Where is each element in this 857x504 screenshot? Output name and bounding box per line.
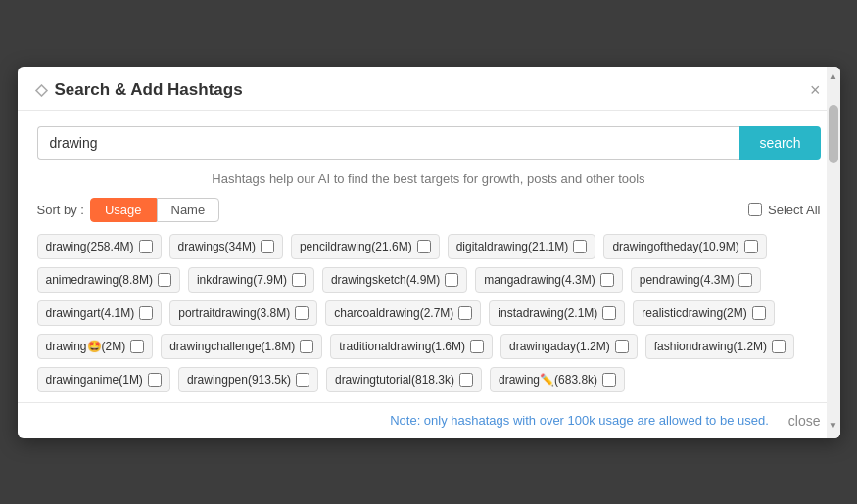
search-row: search <box>37 126 821 160</box>
tag-name: drawingoftheday(10.9M) <box>612 240 738 253</box>
tag-item[interactable]: drawingtutorial(818.3k) <box>326 367 482 392</box>
tag-checkbox[interactable] <box>300 340 313 353</box>
tag-checkbox[interactable] <box>139 240 153 253</box>
footer-note: Note: only hashatags with over 100k usag… <box>390 413 769 428</box>
tag-name: drawinganime(1M) <box>46 373 143 387</box>
tag-item[interactable]: drawingaday(1.2M) <box>500 334 638 359</box>
tag-item[interactable]: drawing(258.4M) <box>37 234 162 259</box>
modal-footer: Note: only hashatags with over 100k usag… <box>18 402 840 438</box>
tag-checkbox[interactable] <box>573 240 587 253</box>
scroll-down-arrow[interactable]: ▼ <box>829 416 838 435</box>
tag-checkbox[interactable] <box>602 306 616 320</box>
tag-checkbox[interactable] <box>296 373 309 387</box>
scroll-up-arrow[interactable]: ▲ <box>829 67 838 85</box>
tag-name: drawingchallenge(1.8M) <box>169 340 295 353</box>
help-text: Hashtags help our AI to find the best ta… <box>37 171 821 186</box>
tag-name: animedrawing(8.8M) <box>46 273 153 287</box>
scrollbar-track[interactable]: ▲ ▼ <box>827 67 840 438</box>
tag-checkbox[interactable] <box>458 306 472 320</box>
tag-name: pencildrawing(21.6M) <box>300 240 412 253</box>
tag-item[interactable]: pencildrawing(21.6M) <box>291 234 440 259</box>
tag-item[interactable]: pendrawing(4.3M) <box>631 267 762 293</box>
select-all-label: Select All <box>768 203 820 217</box>
tag-name: fashiondrawing(1.2M) <box>654 340 767 353</box>
tag-item[interactable]: instadrawing(2.1M) <box>489 300 625 326</box>
tag-name: instadrawing(2.1M) <box>498 306 597 320</box>
tag-name: drawing🤩(2M) <box>46 340 126 353</box>
tag-item[interactable]: mangadrawing(4.3M) <box>475 267 622 293</box>
tag-name: drawingaday(1.2M) <box>509 340 610 353</box>
tag-item[interactable]: drawing🤩(2M) <box>37 334 154 359</box>
hashtag-modal: ▲ ▼ ◇ Search & Add Hashtags × search Has… <box>18 67 840 438</box>
modal-header: ◇ Search & Add Hashtags × <box>18 67 840 111</box>
search-input[interactable] <box>37 126 740 160</box>
tag-item[interactable]: fashiondrawing(1.2M) <box>645 334 794 359</box>
tag-checkbox[interactable] <box>470 340 484 353</box>
search-button[interactable]: search <box>739 126 820 160</box>
tag-name: charcoaldrawing(2.7M) <box>334 306 453 320</box>
tag-name: drawings(34M) <box>178 240 256 253</box>
tag-item[interactable]: drawing✏️(683.8k) <box>490 367 625 392</box>
tag-name: drawing(258.4M) <box>46 240 134 253</box>
modal-body: search Hashtags help our AI to find the … <box>18 111 840 402</box>
sort-name-button[interactable]: Name <box>157 198 220 222</box>
footer-close-button[interactable]: close <box>788 413 821 429</box>
tag-item[interactable]: digitaldrawing(21.1M) <box>448 234 596 259</box>
tag-item[interactable]: portraitdrawing(3.8M) <box>169 300 317 326</box>
tag-name: digitaldrawing(21.1M) <box>456 240 569 253</box>
tag-item[interactable]: inkdrawing(7.9M) <box>188 267 314 293</box>
sort-row: Sort by : Usage Name Select All <box>37 198 821 222</box>
tag-checkbox[interactable] <box>445 273 458 287</box>
tag-checkbox[interactable] <box>130 340 144 353</box>
modal-title: ◇ Search & Add Hashtags <box>35 80 243 100</box>
tag-checkbox[interactable] <box>772 340 786 353</box>
diamond-icon: ◇ <box>35 80 47 99</box>
tag-name: drawingsketch(4.9M) <box>331 273 440 287</box>
tag-name: drawingpen(913.5k) <box>187 373 291 387</box>
tag-name: pendrawing(4.3M) <box>640 273 735 287</box>
tag-checkbox[interactable] <box>261 240 274 253</box>
tag-name: traditionaldrawing(1.6M) <box>339 340 465 353</box>
tag-checkbox[interactable] <box>295 306 309 320</box>
tag-item[interactable]: drawinganime(1M) <box>37 367 170 392</box>
tag-name: drawingtutorial(818.3k) <box>335 373 454 387</box>
tag-checkbox[interactable] <box>738 273 752 287</box>
tag-item[interactable]: drawingoftheday(10.9M) <box>603 234 766 259</box>
tag-checkbox[interactable] <box>615 340 629 353</box>
tag-checkbox[interactable] <box>158 273 171 287</box>
tag-checkbox[interactable] <box>459 373 473 387</box>
tag-item[interactable]: animedrawing(8.8M) <box>37 267 180 293</box>
sort-group: Usage Name <box>90 198 219 222</box>
tag-item[interactable]: drawings(34M) <box>169 234 283 259</box>
sort-usage-button[interactable]: Usage <box>90 198 157 222</box>
tag-item[interactable]: drawingsketch(4.9M) <box>322 267 467 293</box>
tag-item[interactable]: drawingchallenge(1.8M) <box>161 334 322 359</box>
tag-item[interactable]: traditionaldrawing(1.6M) <box>330 334 493 359</box>
title-text: Search & Add Hashtags <box>55 80 243 100</box>
select-all-wrap: Select All <box>748 203 820 217</box>
tag-checkbox[interactable] <box>602 373 616 387</box>
tag-checkbox[interactable] <box>417 240 431 253</box>
tag-checkbox[interactable] <box>752 306 766 320</box>
tag-checkbox[interactable] <box>139 306 153 320</box>
hashtags-grid: drawing(258.4M)drawings(34M)pencildrawin… <box>37 234 821 392</box>
tag-name: portraitdrawing(3.8M) <box>178 306 290 320</box>
select-all-checkbox[interactable] <box>748 203 762 216</box>
tag-name: realisticdrawing(2M) <box>642 306 746 320</box>
sort-controls: Sort by : Usage Name <box>37 198 220 222</box>
scrollbar-thumb[interactable] <box>829 105 838 163</box>
tag-name: drawingart(4.1M) <box>46 306 135 320</box>
tag-name: drawing✏️(683.8k) <box>499 373 597 387</box>
tag-checkbox[interactable] <box>600 273 614 287</box>
tag-item[interactable]: realisticdrawing(2M) <box>633 300 774 326</box>
tag-checkbox[interactable] <box>148 373 162 387</box>
tag-name: mangadrawing(4.3M) <box>484 273 595 287</box>
tag-item[interactable]: drawingart(4.1M) <box>37 300 163 326</box>
tag-item[interactable]: charcoaldrawing(2.7M) <box>325 300 481 326</box>
tag-checkbox[interactable] <box>744 240 758 253</box>
sort-label: Sort by : <box>37 203 84 217</box>
modal-close-button[interactable]: × <box>808 81 823 99</box>
tag-name: inkdrawing(7.9M) <box>197 273 287 287</box>
tag-checkbox[interactable] <box>292 273 306 287</box>
tag-item[interactable]: drawingpen(913.5k) <box>178 367 318 392</box>
